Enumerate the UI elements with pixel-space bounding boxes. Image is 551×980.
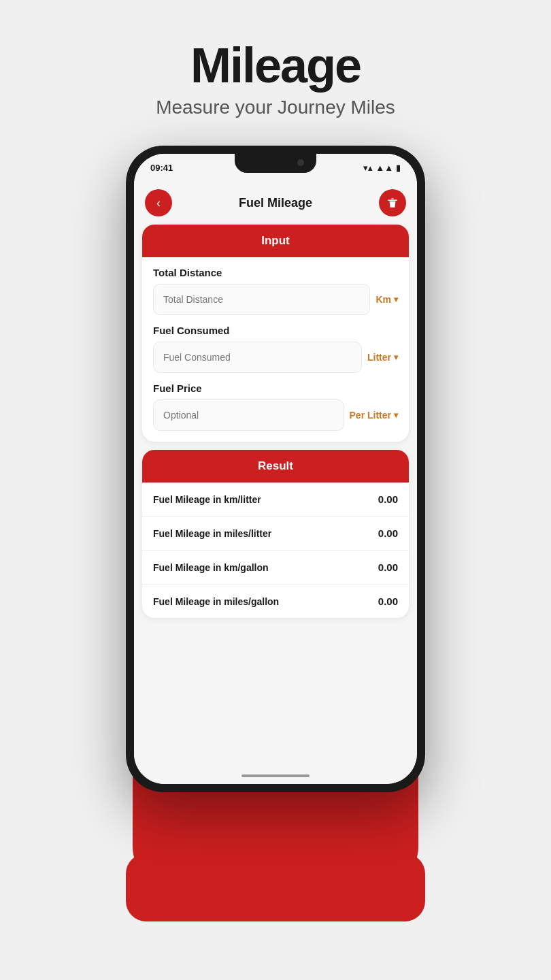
result-value-2: 0.00 bbox=[364, 561, 398, 573]
status-time: 09:41 bbox=[150, 163, 173, 173]
result-card: Result Fuel Mileage in km/litter 0.00 Fu… bbox=[142, 450, 409, 618]
camera-notch bbox=[297, 159, 304, 166]
status-bar: 09:41 ▾▴ ▲▲ ▮ bbox=[134, 154, 417, 181]
result-label-0: Fuel Mileage in km/litter bbox=[153, 494, 364, 505]
page-title: Mileage bbox=[156, 41, 395, 90]
total-distance-label: Total Distance bbox=[153, 267, 398, 278]
fuel-price-label: Fuel Price bbox=[153, 382, 398, 394]
app-content: ‹ Fuel Mileage Input Total Distance bbox=[134, 181, 417, 768]
trash-button[interactable] bbox=[379, 189, 406, 216]
result-row-1: Fuel Mileage in miles/litter 0.00 bbox=[142, 517, 409, 551]
result-label-1: Fuel Mileage in miles/litter bbox=[153, 528, 364, 539]
fuel-consumed-row: Litter ▾ bbox=[153, 342, 398, 373]
fuel-price-row: Per Litter ▾ bbox=[153, 399, 398, 431]
wifi-icon: ▾▴ bbox=[363, 163, 373, 173]
total-distance-input[interactable] bbox=[153, 284, 370, 315]
result-row-3: Fuel Mileage in miles/gallon 0.00 bbox=[142, 585, 409, 618]
status-icons: ▾▴ ▲▲ ▮ bbox=[363, 163, 401, 173]
result-value-1: 0.00 bbox=[364, 527, 398, 539]
nav-title: Fuel Mileage bbox=[239, 196, 312, 210]
total-distance-group: Total Distance Km ▾ bbox=[142, 257, 409, 315]
fuel-price-group: Fuel Price Per Litter ▾ bbox=[142, 373, 409, 431]
home-indicator bbox=[134, 768, 417, 784]
fuel-price-input[interactable] bbox=[153, 399, 344, 431]
result-value-3: 0.00 bbox=[364, 595, 398, 607]
fuel-price-unit[interactable]: Per Litter ▾ bbox=[350, 410, 398, 421]
page-header: Mileage Measure your Journey Miles bbox=[156, 0, 395, 118]
input-header: Input bbox=[142, 225, 409, 257]
signal-icon: ▲▲ bbox=[375, 163, 393, 173]
total-distance-unit-label: Km bbox=[375, 294, 391, 305]
chevron-down-icon: ▾ bbox=[394, 410, 398, 420]
back-button[interactable]: ‹ bbox=[145, 189, 172, 216]
total-distance-unit[interactable]: Km ▾ bbox=[375, 294, 398, 305]
phone-screen: 09:41 ▾▴ ▲▲ ▮ ‹ Fuel Mileage bbox=[134, 154, 417, 784]
fuel-price-unit-label: Per Litter bbox=[350, 410, 391, 421]
fuel-consumed-input[interactable] bbox=[153, 342, 362, 373]
battery-icon: ▮ bbox=[396, 163, 401, 173]
fuel-consumed-unit-label: Litter bbox=[367, 352, 391, 363]
total-distance-row: Km ▾ bbox=[153, 284, 398, 315]
result-row-2: Fuel Mileage in km/gallon 0.00 bbox=[142, 551, 409, 585]
result-header: Result bbox=[142, 450, 409, 483]
result-value-0: 0.00 bbox=[364, 493, 398, 505]
fuel-consumed-unit[interactable]: Litter ▾ bbox=[367, 352, 398, 363]
chevron-down-icon: ▾ bbox=[394, 295, 398, 304]
top-nav: ‹ Fuel Mileage bbox=[134, 181, 417, 225]
chevron-down-icon: ▾ bbox=[394, 353, 398, 362]
trash-icon bbox=[386, 197, 399, 209]
fuel-consumed-group: Fuel Consumed Litter ▾ bbox=[142, 315, 409, 373]
result-label-3: Fuel Mileage in miles/gallon bbox=[153, 596, 364, 607]
phone-container: 09:41 ▾▴ ▲▲ ▮ ‹ Fuel Mileage bbox=[109, 146, 442, 867]
phone-frame: 09:41 ▾▴ ▲▲ ▮ ‹ Fuel Mileage bbox=[126, 146, 425, 792]
fuel-consumed-label: Fuel Consumed bbox=[153, 325, 398, 336]
result-label-2: Fuel Mileage in km/gallon bbox=[153, 562, 364, 573]
notch bbox=[235, 154, 316, 173]
home-bar bbox=[241, 774, 310, 777]
input-card: Input Total Distance Km ▾ bbox=[142, 225, 409, 442]
result-row-0: Fuel Mileage in km/litter 0.00 bbox=[142, 483, 409, 517]
page-subtitle: Measure your Journey Miles bbox=[156, 97, 395, 118]
red-decoration-bottom bbox=[126, 853, 425, 921]
